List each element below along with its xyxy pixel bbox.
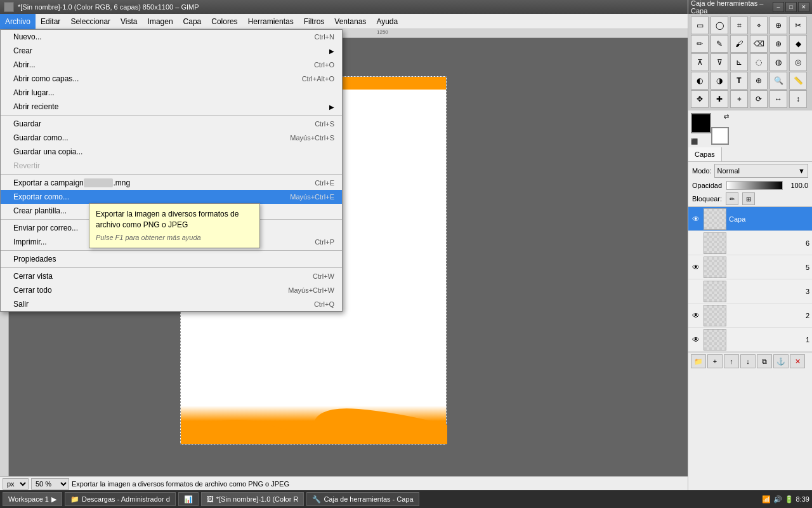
layer-row-1[interactable]: 👁 1 xyxy=(688,328,812,352)
opacity-label: Opacidad xyxy=(692,182,724,189)
layer-row-3[interactable]: 👁 3 xyxy=(688,279,812,304)
menu-editar[interactable]: Editar xyxy=(36,14,65,29)
new-layer-group-button[interactable]: 📁 xyxy=(691,354,706,368)
tool-dodge[interactable]: ◐ xyxy=(691,72,709,90)
tool-perspective-clone[interactable]: ⊾ xyxy=(730,53,748,71)
menu-guardar[interactable]: Guardar Ctrl+S xyxy=(1,117,342,131)
battery-icon: 🔋 xyxy=(785,495,794,504)
toolbox-title: Caja de herramientas – Capa xyxy=(691,0,773,15)
duplicate-layer-button[interactable]: ⧉ xyxy=(757,354,772,368)
tool-rotate[interactable]: ⟳ xyxy=(750,90,768,108)
delete-layer-button[interactable]: ✕ xyxy=(790,354,805,368)
menu-cerrar-todo[interactable]: Cerrar todo Mayús+Ctrl+W xyxy=(1,283,342,297)
tool-ellipse-select[interactable]: ◯ xyxy=(710,17,728,34)
taskbar-spreadsheet[interactable]: 📊 xyxy=(178,492,199,506)
menu-colores[interactable]: Colores xyxy=(206,14,242,29)
menu-vista[interactable]: Vista xyxy=(115,14,142,29)
raise-layer-button[interactable]: ↑ xyxy=(724,354,739,368)
menu-capa[interactable]: Capa xyxy=(178,14,207,29)
toolbox-minimize[interactable]: – xyxy=(773,2,784,12)
tool-paintbrush[interactable]: 🖌 xyxy=(730,35,748,53)
tool-eraser[interactable]: ⌫ xyxy=(750,35,768,53)
new-layer-button[interactable]: + xyxy=(707,354,723,368)
tool-burn[interactable]: ◑ xyxy=(710,72,728,90)
lock-pixels-button[interactable]: ✏ xyxy=(726,192,738,205)
menu-filtros[interactable]: Filtros xyxy=(299,14,330,29)
tool-paths[interactable]: ✏ xyxy=(691,35,709,53)
menu-imagen[interactable]: Imagen xyxy=(143,14,178,29)
menu-crear[interactable]: Crear ▶ xyxy=(1,44,342,58)
layer-visibility-eye-active[interactable]: 👁 xyxy=(691,214,701,224)
layer-visibility-eye-1[interactable]: 👁 xyxy=(691,335,701,345)
layer-row-2[interactable]: 👁 2 xyxy=(688,304,812,328)
taskbar-gimp[interactable]: 🖼 *[Sin nombre]-1.0 (Color R xyxy=(201,492,304,506)
opacity-slider[interactable] xyxy=(726,181,783,190)
tool-fuzzy-select[interactable]: ⌖ xyxy=(750,17,768,34)
tool-blur[interactable]: ◌ xyxy=(750,53,768,71)
layer-row-5[interactable]: 👁 5 xyxy=(688,255,812,279)
toolbox-maximize[interactable]: □ xyxy=(785,2,797,12)
menu-exportar-como[interactable]: Exportar como... Mayús+Ctrl+E xyxy=(1,190,342,204)
tool-align[interactable]: ✥ xyxy=(691,90,709,108)
tool-ink[interactable]: ◆ xyxy=(789,35,807,53)
tool-zoom[interactable]: 🔍 xyxy=(769,72,787,90)
tool-crop[interactable]: ⌖ xyxy=(730,90,748,108)
taskbar-downloads[interactable]: 📁 Descargas - Administrador d xyxy=(65,492,176,506)
menu-guardar-como[interactable]: Guardar como... Mayús+Ctrl+S xyxy=(1,131,342,145)
menu-propiedades[interactable]: Propiedades xyxy=(1,252,342,266)
menu-archivo[interactable]: Archivo xyxy=(0,14,36,29)
menu-cerrar-vista[interactable]: Cerrar vista Ctrl+W xyxy=(1,269,342,283)
foreground-color-swatch[interactable] xyxy=(691,113,711,133)
menu-abrir-reciente[interactable]: Abrir reciente ▶ xyxy=(1,100,342,114)
system-tray: 📶 🔊 🔋 8:39 xyxy=(762,495,809,504)
layer-row-6[interactable]: 👁 6 xyxy=(688,231,812,255)
menu-abrir[interactable]: Abrir... Ctrl+O xyxy=(1,58,342,72)
color-swatch: ⇄ ⬛ xyxy=(688,110,812,147)
zoom-select[interactable]: 50 % 25 % 100 % 200 % xyxy=(31,478,69,490)
menu-seleccionar[interactable]: Seleccionar xyxy=(65,14,115,29)
tool-smudge[interactable]: ◎ xyxy=(789,53,807,71)
menu-abrir-capas[interactable]: Abrir como capas... Ctrl+Alt+O xyxy=(1,72,342,86)
tool-move[interactable]: ✚ xyxy=(710,90,728,108)
tool-clone[interactable]: ⊼ xyxy=(691,53,709,71)
menu-salir[interactable]: Salir Ctrl+Q xyxy=(1,297,342,311)
tool-free-select[interactable]: ⌗ xyxy=(730,17,748,34)
menu-ayuda[interactable]: Ayuda xyxy=(371,14,403,29)
unit-select[interactable]: px % cm in xyxy=(3,478,29,490)
tool-measure[interactable]: 📏 xyxy=(789,72,807,90)
tool-color-picker[interactable]: ⊕ xyxy=(750,72,768,90)
tool-text[interactable]: T xyxy=(730,72,748,90)
menu-exportar-campaign[interactable]: Exportar a campaign .mng Ctrl+E xyxy=(1,176,342,190)
tool-pencil[interactable]: ✎ xyxy=(710,35,728,53)
menu-herramientas[interactable]: Herramientas xyxy=(243,14,299,29)
layer-visibility-eye-2[interactable]: 👁 xyxy=(691,311,701,321)
background-color-swatch[interactable] xyxy=(711,127,729,145)
lock-alpha-button[interactable]: ⊞ xyxy=(742,192,755,205)
tool-airbrush[interactable]: ⊕ xyxy=(769,35,787,53)
lower-layer-button[interactable]: ↓ xyxy=(740,354,756,368)
menu-guardar-copia[interactable]: Guardar una copia... xyxy=(1,145,342,159)
toolbox-window-controls: – □ ✕ xyxy=(773,2,809,12)
menu-ventanas[interactable]: Ventanas xyxy=(329,14,371,29)
tool-select-by-color[interactable]: ⊕ xyxy=(769,17,787,34)
tool-rect-select[interactable]: ▭ xyxy=(691,17,709,34)
reset-colors-icon[interactable]: ⬛ xyxy=(691,138,698,145)
tool-scale[interactable]: ↔ xyxy=(769,90,787,108)
tool-sharpen[interactable]: ◍ xyxy=(769,53,787,71)
layer-row-active[interactable]: 👁 Capa xyxy=(688,207,812,231)
menu-nuevo[interactable]: Nuevo... Ctrl+N xyxy=(1,30,342,44)
mode-dropdown[interactable]: Normal ▼ xyxy=(714,164,808,178)
taskbar-tools[interactable]: 🔧 Caja de herramientas - Capa xyxy=(306,492,419,506)
tool-heal[interactable]: ⊽ xyxy=(710,53,728,71)
taskbar-workspace[interactable]: Workspace 1 ▶ xyxy=(3,492,62,506)
tab-layers[interactable]: Capas xyxy=(688,147,722,161)
layer-number-3: 3 xyxy=(802,288,809,295)
toolbox-close[interactable]: ✕ xyxy=(798,2,809,12)
layer-list: 👁 Capa 👁 6 👁 5 👁 3 👁 xyxy=(688,206,812,352)
layer-visibility-eye-5[interactable]: 👁 xyxy=(691,262,701,272)
anchor-layer-button[interactable]: ⚓ xyxy=(773,354,789,368)
tool-scissors[interactable]: ✂ xyxy=(789,17,807,34)
tool-shear[interactable]: ↕ xyxy=(789,90,807,108)
swap-colors-icon[interactable]: ⇄ xyxy=(724,113,729,120)
menu-abrir-lugar[interactable]: Abrir lugar... xyxy=(1,86,342,100)
